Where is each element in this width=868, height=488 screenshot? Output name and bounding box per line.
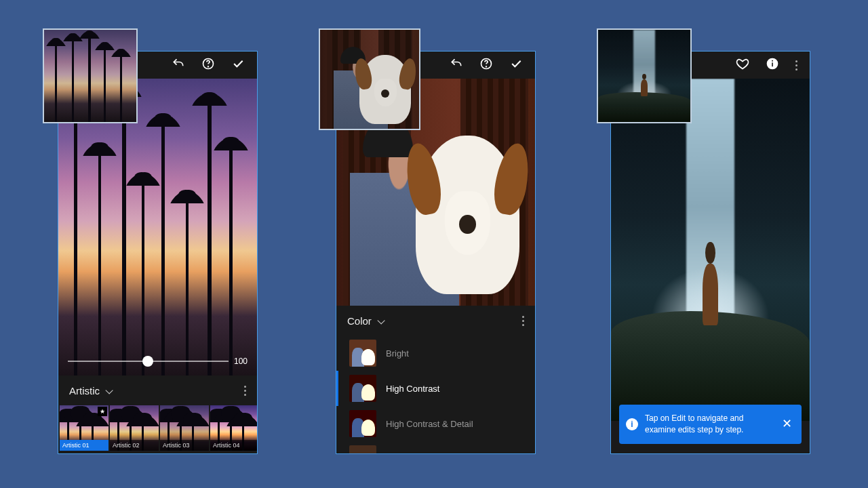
intensity-slider[interactable]: 100 xyxy=(68,357,248,366)
checkmark-icon[interactable] xyxy=(509,57,523,73)
info-circle-icon: i xyxy=(626,418,638,430)
category-label: Artistic xyxy=(69,385,111,396)
info-icon[interactable] xyxy=(766,57,779,73)
preset-strip[interactable]: ★ Artistic 01 Artistic 02 Artistic 03 Ar… xyxy=(58,405,257,453)
preset-label: Artistic 04 xyxy=(210,440,257,451)
more-vertical-icon[interactable] xyxy=(244,386,246,396)
photo-canvas-waterfall[interactable] xyxy=(611,79,810,421)
preset-label: Artistic 02 xyxy=(110,440,159,451)
undo-icon[interactable] xyxy=(450,57,463,73)
color-profile-item[interactable]: High Contrast xyxy=(336,371,535,406)
color-profile-item[interactable] xyxy=(336,441,535,454)
preset-thumb[interactable]: Artistic 04 xyxy=(210,405,257,451)
slider-thumb[interactable] xyxy=(142,356,153,367)
svg-point-3 xyxy=(486,66,487,67)
color-profile-item[interactable]: Bright xyxy=(336,336,535,371)
slider-value: 100 xyxy=(234,357,248,366)
category-label: Color xyxy=(347,315,382,327)
original-thumbnail xyxy=(319,28,420,130)
preset-thumb[interactable]: Artistic 02 xyxy=(110,405,159,451)
preset-label: Artistic 03 xyxy=(160,440,209,451)
preset-thumb[interactable]: Artistic 03 xyxy=(160,405,209,451)
help-icon[interactable] xyxy=(479,57,493,73)
tip-banner: i Tap on Edit to navigate and examine ed… xyxy=(619,405,802,444)
profile-label: High Contrast xyxy=(386,384,439,394)
preset-label: Artistic 01 xyxy=(60,440,108,451)
svg-rect-5 xyxy=(772,62,773,66)
star-icon: ★ xyxy=(98,407,107,416)
svg-point-1 xyxy=(208,66,209,67)
preset-category-header[interactable]: Artistic xyxy=(58,375,257,405)
help-icon[interactable] xyxy=(201,57,215,73)
svg-point-6 xyxy=(772,60,773,62)
heart-icon[interactable] xyxy=(736,57,749,73)
profile-label: High Contrast & Detail xyxy=(386,419,473,429)
undo-icon[interactable] xyxy=(172,57,185,73)
tip-text: Tap on Edit to navigate and examine edit… xyxy=(645,413,743,434)
color-profile-list: Bright High Contrast High Contrast & Det… xyxy=(336,336,535,454)
color-profile-item[interactable]: High Contrast & Detail xyxy=(336,406,535,441)
preset-thumb[interactable]: ★ Artistic 01 xyxy=(60,405,108,451)
color-category-header[interactable]: Color xyxy=(336,306,535,336)
checkmark-icon[interactable] xyxy=(231,57,245,73)
original-thumbnail xyxy=(43,28,138,123)
more-vertical-icon[interactable] xyxy=(795,60,797,70)
profile-label: Bright xyxy=(386,348,409,359)
more-vertical-icon[interactable] xyxy=(522,316,524,326)
original-thumbnail xyxy=(597,28,692,123)
close-icon[interactable]: ✕ xyxy=(778,413,796,436)
